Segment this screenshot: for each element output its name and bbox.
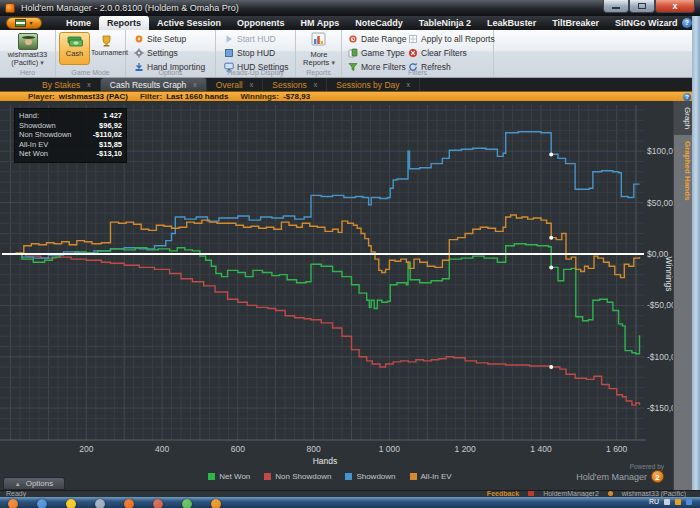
tab-sessions[interactable]: Sessions x bbox=[263, 78, 327, 91]
settings-button[interactable]: Settings bbox=[134, 47, 178, 58]
winnings-label: Winnings: bbox=[240, 92, 279, 101]
tournament-button[interactable]: Tournament bbox=[91, 32, 122, 65]
svg-text:200: 200 bbox=[79, 444, 93, 454]
clear-filters-icon bbox=[408, 48, 418, 58]
close-tab-icon[interactable]: x bbox=[314, 81, 318, 88]
menu-bar: ▾ Home Reports Active Session Opponents … bbox=[0, 16, 700, 30]
status-user[interactable]: wishmast33 (Pacific) bbox=[622, 490, 686, 497]
person-icon bbox=[608, 491, 613, 496]
tab-label: Sessions bbox=[272, 80, 307, 90]
options-button[interactable]: ▲ Options bbox=[3, 477, 65, 490]
gear-icon bbox=[134, 48, 144, 58]
options-label: Options bbox=[26, 479, 54, 488]
tray-icon[interactable] bbox=[686, 499, 692, 505]
stop-hud-button[interactable]: Stop HUD bbox=[224, 47, 275, 58]
legend-item-net-won[interactable]: Net Won bbox=[208, 472, 250, 481]
maximize-button[interactable] bbox=[629, 0, 655, 13]
money-icon bbox=[67, 36, 83, 48]
filter-help-icon[interactable]: ? bbox=[683, 93, 691, 101]
tray-icon[interactable] bbox=[675, 499, 681, 505]
tab-overall[interactable]: Overall x bbox=[207, 78, 263, 91]
app-menu-button[interactable]: ▾ bbox=[6, 17, 42, 29]
app-green-icon[interactable] bbox=[182, 499, 192, 508]
minimize-button[interactable] bbox=[603, 0, 629, 13]
avatar-head-icon bbox=[25, 39, 32, 45]
tray-icon[interactable] bbox=[664, 499, 670, 505]
apply-all-reports-button[interactable]: Apply to all Reports bbox=[408, 33, 495, 44]
side-tab-strip: Graph Graphed Hands bbox=[673, 101, 692, 490]
trophy-icon bbox=[100, 35, 113, 47]
close-tab-icon[interactable]: x bbox=[87, 81, 91, 88]
menu-tab-sitngo-wizard[interactable]: SitNGo Wizard bbox=[607, 16, 685, 30]
close-tab-icon[interactable]: x bbox=[250, 81, 254, 88]
menu-tab-hm-apps[interactable]: HM Apps bbox=[293, 16, 348, 30]
app-orange-icon[interactable] bbox=[8, 499, 18, 508]
side-tab-graphed-hands[interactable]: Graphed Hands bbox=[674, 135, 692, 207]
group-label-hero: Hero bbox=[0, 69, 55, 76]
app-blue-target-icon[interactable] bbox=[37, 499, 47, 508]
cash-button[interactable]: Cash bbox=[59, 32, 90, 65]
legend-item-showdown[interactable]: Showdown bbox=[345, 472, 395, 481]
tab-sessions-by-day[interactable]: Sessions by Day x bbox=[327, 78, 420, 91]
hero-selector[interactable]: wishmast33 (Pacific) bbox=[0, 51, 55, 67]
side-tab-graph[interactable]: Graph bbox=[674, 101, 692, 135]
help-icon[interactable]: ? bbox=[682, 18, 692, 28]
svg-text:1 400: 1 400 bbox=[530, 444, 552, 454]
legend-item-all-in-ev[interactable]: All-In EV bbox=[410, 472, 452, 481]
status-app-name[interactable]: HoldemManager2 bbox=[543, 490, 599, 497]
menu-tab-tableninja[interactable]: TableNinja 2 bbox=[411, 16, 479, 30]
legend-label: Net Won bbox=[219, 472, 250, 481]
menu-tab-leakbuster[interactable]: LeakBuster bbox=[479, 16, 544, 30]
close-tab-icon[interactable]: x bbox=[193, 81, 197, 88]
start-hud-button[interactable]: Start HUD bbox=[224, 33, 276, 44]
stat-label: Hand: bbox=[19, 111, 39, 121]
close-tab-icon[interactable]: x bbox=[407, 81, 411, 88]
bar-chart-icon bbox=[311, 32, 328, 47]
stat-value: 1 427 bbox=[103, 111, 122, 121]
menu-tab-home[interactable]: Home bbox=[58, 16, 99, 30]
firefox-icon[interactable] bbox=[124, 499, 134, 508]
chrome-icon[interactable] bbox=[153, 499, 163, 508]
tab-by-stakes[interactable]: By Stakes x bbox=[33, 78, 101, 91]
feedback-link[interactable]: Feedback bbox=[487, 490, 519, 497]
start-hud-label: Start HUD bbox=[237, 34, 276, 44]
holdem-manager-2-icon[interactable] bbox=[211, 499, 221, 508]
legend-swatch-icon bbox=[345, 473, 352, 480]
hero-avatar[interactable] bbox=[18, 33, 38, 50]
close-button[interactable]: x bbox=[655, 0, 695, 13]
site-setup-button[interactable]: Site Setup bbox=[134, 33, 186, 44]
player-value: wishmast33 (PAC) bbox=[59, 92, 128, 101]
menu-tab-reports[interactable]: Reports bbox=[99, 16, 149, 30]
system-tray: RU bbox=[649, 498, 692, 505]
ribbon-group-filters: Date Range Game Type More Filters Apply … bbox=[342, 30, 494, 77]
chart-legend: Net WonNon ShowdownShowdownAll-In EV bbox=[0, 472, 660, 481]
volume-icon[interactable] bbox=[95, 499, 105, 508]
language-indicator[interactable]: RU bbox=[649, 498, 659, 505]
date-range-button[interactable]: Date Range bbox=[348, 33, 415, 44]
cash-label: Cash bbox=[66, 49, 84, 58]
collapse-up-icon: ▲ bbox=[15, 481, 21, 487]
window-border bbox=[692, 16, 700, 497]
more-reports-button[interactable]: More Reports bbox=[296, 32, 342, 67]
tab-cash-results-graph[interactable]: Cash Results Graph x bbox=[101, 78, 207, 91]
menu-tab-active-session[interactable]: Active Session bbox=[149, 16, 229, 30]
stop-hud-label: Stop HUD bbox=[237, 48, 275, 58]
game-type-label: Game Type bbox=[361, 48, 405, 58]
stat-value: $15,85 bbox=[99, 140, 122, 150]
svg-text:800: 800 bbox=[307, 444, 321, 454]
site-setup-icon bbox=[134, 34, 144, 44]
app-logo-icon bbox=[5, 3, 15, 13]
window-title: Hold'em Manager - 2.0.0.8100 (Holdem & O… bbox=[21, 0, 239, 16]
clear-filters-button[interactable]: Clear Filters bbox=[408, 47, 467, 58]
holdem-manager-window: Hold'em Manager - 2.0.0.8100 (Holdem & O… bbox=[0, 0, 700, 508]
ribbon-group-hud: Start HUD Stop HUD HUD Settings Heads-Up… bbox=[216, 30, 296, 77]
menu-tab-tiltbreaker[interactable]: TiltBreaker bbox=[544, 16, 607, 30]
avg-warning-icon[interactable] bbox=[66, 499, 76, 508]
legend-item-non-showdown[interactable]: Non Showdown bbox=[264, 472, 331, 481]
stat-value: -$13,10 bbox=[97, 149, 122, 159]
status-bar: Ready Feedback HoldemManager2 wishmast33… bbox=[0, 490, 700, 497]
menu-tab-opponents[interactable]: Opponents bbox=[229, 16, 293, 30]
menu-tab-notecaddy[interactable]: NoteCaddy bbox=[347, 16, 411, 30]
svg-text:600: 600 bbox=[231, 444, 245, 454]
game-type-button[interactable]: Game Type bbox=[348, 47, 413, 58]
